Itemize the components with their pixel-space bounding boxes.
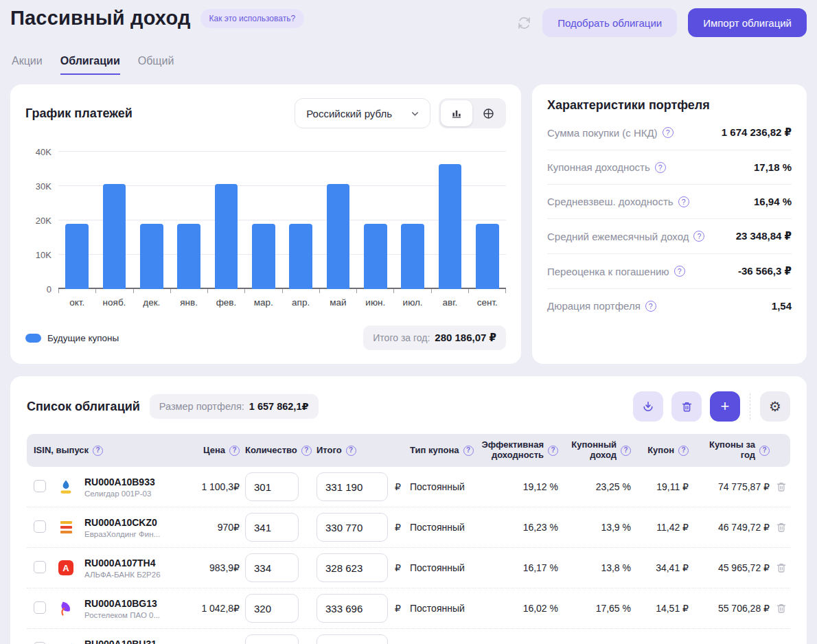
coupon-income-cell: 17,65 %: [561, 603, 634, 614]
portfolio-stat-row: Средневзвеш. доходность?16,94 %: [547, 185, 792, 219]
x-axis-label: июн.: [357, 297, 394, 308]
question-circle-icon[interactable]: ?: [621, 446, 631, 456]
tab-stocks[interactable]: Акции: [12, 55, 43, 75]
bar-column: [394, 152, 431, 289]
quantity-input[interactable]: [245, 472, 299, 501]
column-header-total[interactable]: Итого?: [314, 446, 407, 456]
portfolio-stat-row: Дюрация портфеля?1,54: [547, 289, 792, 316]
question-circle-icon[interactable]: ?: [93, 446, 103, 456]
bar-нояб.[interactable]: [103, 184, 126, 289]
bar-column: [282, 152, 319, 289]
download-button[interactable]: [633, 391, 663, 422]
bar-июн.[interactable]: [364, 224, 387, 289]
portfolio-stat-label-text: Дюрация портфеля: [547, 300, 641, 312]
actions-divider: [750, 393, 750, 419]
question-circle-icon[interactable]: ?: [693, 231, 704, 242]
bar-май[interactable]: [327, 184, 350, 289]
bar-дек.[interactable]: [140, 224, 163, 289]
quantity-input[interactable]: [245, 634, 299, 644]
total-input[interactable]: [317, 634, 388, 644]
row-checkbox[interactable]: [34, 561, 46, 573]
trash-icon: [680, 400, 693, 413]
bar-сент.[interactable]: [476, 224, 499, 289]
bar-chart-icon[interactable]: [441, 100, 472, 126]
pie-chart-icon[interactable]: [472, 100, 504, 126]
row-checkbox[interactable]: [34, 520, 46, 533]
column-header-coupon-income[interactable]: Купонный доход?: [561, 440, 634, 461]
refresh-icon[interactable]: [517, 16, 531, 30]
portfolio-stats: Сумма покупки (с НКД)?1 674 236,82 ₽Купо…: [547, 115, 792, 316]
column-header-coupon-type[interactable]: Тип купона?: [407, 446, 480, 456]
portfolio-stat-value: 17,18 %: [754, 161, 792, 173]
how-to-use-badge[interactable]: Как это использовать?: [200, 9, 304, 28]
isin-cell: RU000A10BU31КАМАЗ ПАО БО-П15: [82, 639, 185, 644]
column-header-price[interactable]: Цена?: [185, 446, 242, 456]
question-circle-icon[interactable]: ?: [663, 127, 674, 138]
column-header-isin[interactable]: ISIN, выпуск?: [31, 446, 185, 456]
question-circle-icon[interactable]: ?: [548, 446, 558, 456]
question-circle-icon[interactable]: ?: [678, 196, 689, 207]
question-circle-icon[interactable]: ?: [229, 446, 240, 456]
question-circle-icon[interactable]: ?: [674, 266, 685, 277]
bar-июл.[interactable]: [401, 224, 424, 289]
coupons-per-year-cell: 74 775,87 ₽: [691, 481, 772, 492]
column-header-coupons-per-year[interactable]: Купоны за год?: [691, 440, 772, 461]
portfolio-stat-label-text: Средневзвеш. доходность: [547, 196, 674, 207]
logo-cell: А: [54, 559, 82, 577]
bar-column: [207, 152, 244, 289]
delete-bond-button[interactable]: [775, 602, 787, 614]
bar-мар.[interactable]: [252, 224, 275, 289]
x-axis-label: апр.: [282, 297, 319, 308]
question-circle-icon[interactable]: ?: [301, 446, 312, 456]
bar-окт.[interactable]: [65, 224, 89, 289]
portfolio-stat-row: Переоценка к погашению?-36 566,3 ₽: [547, 254, 792, 289]
x-tick: [320, 289, 357, 293]
price-cell: 1 100,3₽: [185, 481, 242, 492]
bar-column: [469, 152, 506, 289]
bar-янв.[interactable]: [177, 224, 200, 289]
column-header-coupon[interactable]: Купон?: [634, 446, 691, 456]
currency-select[interactable]: Российский рубль: [295, 98, 430, 128]
question-circle-icon[interactable]: ?: [463, 446, 474, 456]
download-icon: [641, 400, 655, 413]
select-bonds-button[interactable]: Подобрать облигации: [542, 8, 677, 37]
table-row: RU000A10BG13Ростелеком ПАО 0...1 042,8₽₽…: [27, 588, 790, 629]
column-header-effective-yield[interactable]: Эффективная доходность?: [480, 440, 561, 461]
alfa-logo-icon: А: [57, 559, 75, 577]
row-delete-cell: [772, 602, 796, 614]
question-circle-icon[interactable]: ?: [759, 446, 770, 456]
delete-selected-button[interactable]: [671, 391, 702, 422]
total-input[interactable]: [317, 594, 388, 623]
delete-bond-button[interactable]: [775, 481, 787, 493]
delete-bond-button[interactable]: [775, 562, 787, 574]
total-input[interactable]: [317, 472, 388, 501]
bar-авг.[interactable]: [439, 164, 462, 289]
bar-апр.[interactable]: [289, 224, 312, 289]
total-input[interactable]: [317, 553, 388, 582]
bonds-table-header: ISIN, выпуск?Цена?Количество?Итого?Тип к…: [27, 434, 790, 467]
delete-bond-button[interactable]: [775, 521, 787, 533]
row-checkbox[interactable]: [34, 642, 46, 644]
row-checkbox[interactable]: [34, 480, 46, 492]
bond-isin: RU000A10BU31: [84, 639, 182, 644]
tab-bonds[interactable]: Облигации: [60, 55, 120, 75]
effective-yield-cell: 16,17 %: [480, 562, 561, 573]
quantity-cell: [242, 634, 314, 644]
table-settings-button[interactable]: ⚙: [760, 391, 790, 422]
row-checkbox[interactable]: [34, 601, 46, 614]
quantity-input[interactable]: [245, 553, 299, 582]
question-circle-icon[interactable]: ?: [678, 446, 689, 456]
tab-general[interactable]: Общий: [138, 55, 174, 75]
bond-isin: RU000A10BG13: [84, 598, 182, 609]
total-input[interactable]: [317, 513, 388, 542]
coupon-type-cell: Постоянный: [407, 481, 480, 492]
quantity-input[interactable]: [245, 513, 299, 542]
column-header-quantity[interactable]: Количество?: [242, 446, 314, 456]
question-circle-icon[interactable]: ?: [655, 162, 666, 173]
quantity-input[interactable]: [245, 594, 299, 623]
question-circle-icon[interactable]: ?: [645, 301, 656, 312]
add-bond-button[interactable]: +: [710, 391, 740, 422]
bar-фев.[interactable]: [215, 184, 238, 289]
question-circle-icon[interactable]: ?: [346, 446, 356, 456]
import-bonds-button[interactable]: Импорт облигаций: [688, 8, 807, 37]
